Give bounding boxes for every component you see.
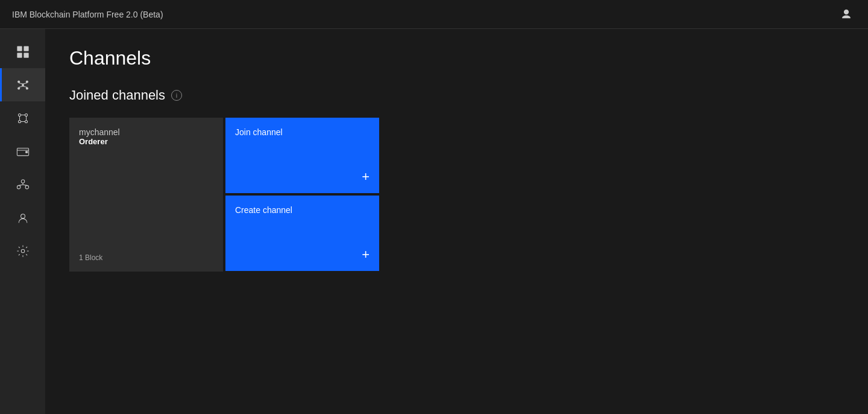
create-channel-card[interactable]: Create channel +	[225, 196, 379, 271]
join-channel-card[interactable]: Join channel +	[225, 118, 379, 193]
app-title: IBM Blockchain Platform Free 2.0 (Beta)	[12, 10, 163, 19]
cards-grid: mychannel Orderer 1 Block Join channel +…	[69, 118, 844, 272]
sidebar-item-identity[interactable]	[0, 201, 45, 234]
svg-line-27	[19, 185, 23, 185]
svg-line-9	[19, 83, 23, 83]
svg-point-23	[21, 179, 25, 183]
main-layout: Channels Joined channels i mychannel Ord…	[0, 29, 868, 414]
svg-point-15	[18, 120, 20, 123]
svg-point-7	[17, 87, 20, 89]
svg-point-8	[25, 87, 28, 89]
svg-rect-22	[25, 151, 28, 153]
svg-point-29	[20, 214, 25, 218]
svg-line-28	[23, 185, 27, 185]
section-title: Joined channels	[69, 88, 165, 103]
join-channel-plus-icon: +	[362, 170, 370, 183]
svg-rect-0	[17, 46, 22, 51]
svg-line-12	[23, 86, 27, 87]
sidebar-item-channels[interactable]	[0, 68, 45, 101]
svg-point-30	[21, 249, 25, 253]
join-channel-label: Join channel	[235, 127, 370, 137]
channel-block-count: 1 Block	[79, 253, 213, 262]
section-header: Joined channels i	[69, 88, 844, 103]
svg-rect-3	[24, 53, 28, 57]
create-channel-label: Create channel	[235, 205, 370, 215]
svg-point-4	[21, 83, 24, 86]
sidebar-item-nodes[interactable]	[0, 101, 45, 135]
svg-line-10	[23, 83, 27, 83]
svg-point-25	[25, 185, 29, 189]
content-area: Channels Joined channels i mychannel Ord…	[45, 29, 868, 414]
create-channel-plus-icon: +	[362, 248, 370, 261]
sidebar-item-settings[interactable]	[0, 234, 45, 267]
sidebar-item-wallet[interactable]	[0, 135, 45, 168]
svg-point-5	[17, 80, 20, 83]
svg-point-14	[25, 113, 27, 116]
channel-name: mychannel	[79, 127, 213, 137]
topbar: IBM Blockchain Platform Free 2.0 (Beta)	[0, 0, 868, 29]
svg-point-13	[18, 113, 20, 116]
info-icon[interactable]: i	[171, 90, 182, 101]
channel-card-mychannel[interactable]: mychannel Orderer 1 Block	[69, 118, 223, 272]
svg-point-16	[25, 120, 27, 123]
svg-line-11	[19, 86, 23, 87]
sidebar-item-organizations[interactable]	[0, 168, 45, 201]
channel-orderer: Orderer	[79, 137, 213, 146]
page-title: Channels	[69, 47, 844, 69]
svg-rect-1	[24, 46, 28, 51]
svg-point-6	[25, 80, 28, 83]
user-icon-button[interactable]	[837, 5, 856, 24]
sidebar-item-dashboard[interactable]	[0, 35, 45, 68]
svg-rect-2	[17, 53, 22, 57]
action-cards-column: Join channel + Create channel +	[225, 118, 379, 272]
svg-point-24	[17, 185, 20, 189]
sidebar	[0, 29, 45, 414]
